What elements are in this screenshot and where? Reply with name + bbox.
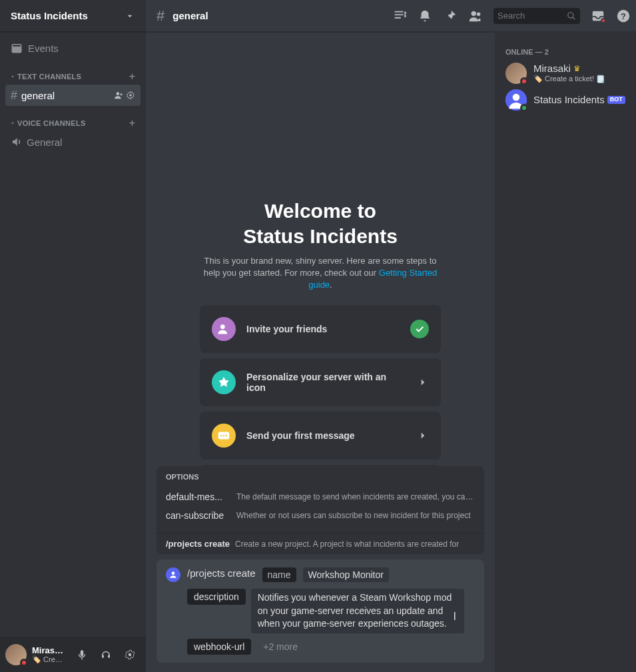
command-strip[interactable]: /projects create Create a new project. A… [157, 533, 484, 554]
check-icon [410, 320, 429, 338]
speaker-icon [11, 136, 23, 148]
notifications-icon[interactable] [418, 9, 432, 23]
events-button[interactable]: Events [5, 37, 141, 59]
svg-point-19 [172, 572, 175, 575]
pinned-icon[interactable] [443, 9, 458, 23]
svg-point-8 [477, 12, 481, 16]
voice-channels-category[interactable]: VOICE CHANNELS + [0, 107, 146, 131]
svg-point-9 [568, 12, 573, 17]
crown-icon: ♛ [573, 65, 581, 73]
member-mirasaki[interactable]: Mirasaki ♛ 🏷️ Create a ticket! 🗒️ [500, 60, 631, 87]
channel-name: General [27, 137, 62, 148]
add-channel-button[interactable]: + [129, 71, 141, 83]
user-name: Mirasaki [32, 645, 66, 655]
status-dnd-icon [520, 77, 528, 85]
deafen-button[interactable] [95, 644, 117, 665]
members-icon[interactable] [468, 9, 483, 23]
message-input[interactable]: /projects create name Workshop Monitor d… [157, 559, 484, 663]
user-avatar[interactable] [5, 644, 27, 665]
svg-rect-5 [81, 650, 84, 656]
option-can-subscribe[interactable]: can-subscribe Whether or not users can s… [166, 506, 475, 525]
channel-title: general [172, 10, 384, 21]
option-name: can-subscribe [166, 510, 227, 521]
card-label: Invite your friends [246, 324, 400, 334]
member-name: Status Incidents BOT [533, 95, 625, 106]
add-channel-button[interactable]: + [129, 117, 141, 129]
svg-point-21 [513, 94, 520, 101]
gear-icon[interactable] [126, 91, 135, 100]
hash-icon: # [157, 7, 164, 25]
status-online-icon [520, 104, 528, 112]
text-channel-general[interactable]: # general [5, 85, 141, 106]
events-label: Events [28, 43, 59, 54]
search-input[interactable] [497, 11, 564, 21]
user-panel: Mirasaki 🏷️ Create a ... [0, 637, 146, 672]
invite-icon[interactable] [114, 91, 123, 100]
text-channels-category[interactable]: TEXT CHANNELS + [0, 60, 146, 84]
image-icon [212, 370, 236, 394]
param-webhook-url: webhook-url [187, 639, 251, 655]
search-icon [567, 11, 576, 21]
members-sidebar: ONLINE — 2 Mirasaki ♛ 🏷️ Create a ticket… [495, 32, 636, 672]
user-status: 🏷️ Create a ... [32, 655, 66, 664]
search-box[interactable] [493, 8, 580, 24]
chevron-right-icon [417, 376, 429, 388]
inbox-icon[interactable] [591, 9, 605, 23]
server-name: Status Incidents [11, 10, 88, 21]
avatar [505, 89, 527, 111]
invite-friends-card[interactable]: Invite your friends [200, 305, 441, 353]
chevron-down-icon [9, 120, 16, 127]
svg-point-15 [220, 434, 222, 436]
command-overlay: OPTIONS default-mes... The default messa… [157, 466, 484, 663]
threads-icon[interactable] [392, 9, 407, 23]
svg-point-6 [129, 653, 132, 656]
bot-avatar-icon [166, 567, 180, 582]
category-label: VOICE CHANNELS [17, 119, 86, 127]
bot-badge: BOT [607, 96, 625, 104]
user-info[interactable]: Mirasaki 🏷️ Create a ... [32, 645, 66, 664]
options-title: OPTIONS [166, 473, 475, 481]
category-label: TEXT CHANNELS [17, 73, 81, 81]
option-desc: The default message to send when inciden… [236, 492, 475, 502]
chevron-down-icon [9, 73, 16, 80]
message-icon [212, 424, 236, 448]
param-name: name [262, 567, 296, 582]
personalize-card[interactable]: Personalize your server with an icon [200, 358, 441, 406]
main-content: # general ? Welcome to Status Incidents [146, 0, 636, 672]
svg-text:?: ? [621, 11, 626, 21]
command-synopsis: Create a new project. A project is what … [235, 539, 459, 549]
member-status-incidents[interactable]: Status Incidents BOT [500, 87, 631, 113]
channel-sidebar: Status Incidents Events TEXT CHANNELS + … [0, 0, 146, 672]
svg-point-4 [129, 94, 132, 97]
option-default-message[interactable]: default-mes... The default message to se… [166, 488, 475, 506]
option-name: default-mes... [166, 492, 227, 502]
member-name: Mirasaki ♛ [533, 63, 605, 75]
member-status: 🏷️ Create a ticket! 🗒️ [533, 75, 605, 83]
param-description-value: Notifies you whenever a Steam Workshop m… [251, 589, 464, 633]
card-label: Personalize your server with an icon [246, 372, 406, 393]
hash-icon: # [11, 89, 17, 103]
chevron-right-icon [417, 430, 429, 442]
svg-point-7 [472, 11, 476, 15]
server-header[interactable]: Status Incidents [0, 0, 146, 32]
settings-button[interactable] [119, 644, 141, 665]
welcome-description: This is your brand new, shiny server. He… [200, 255, 440, 292]
help-icon[interactable]: ? [616, 9, 631, 23]
svg-point-16 [223, 434, 224, 436]
more-params[interactable]: +2 more [256, 639, 304, 655]
mute-button[interactable] [71, 644, 93, 665]
svg-point-13 [220, 324, 225, 329]
option-desc: Whether or not users can subscribe to ne… [236, 511, 475, 520]
command-text: /projects create [187, 567, 256, 579]
voice-channel-general[interactable]: General [5, 131, 141, 153]
status-dnd-icon [20, 659, 28, 667]
avatar [505, 63, 527, 84]
command-name: /projects create [166, 539, 230, 549]
chat-area: Welcome to Status Incidents This is your… [146, 32, 495, 672]
options-popup: OPTIONS default-mes... The default messa… [157, 466, 484, 533]
card-label: Send your first message [246, 430, 406, 441]
svg-point-3 [117, 92, 120, 95]
chevron-down-icon [125, 11, 135, 21]
members-header: ONLINE — 2 [500, 43, 631, 60]
send-message-card[interactable]: Send your first message [200, 412, 441, 460]
